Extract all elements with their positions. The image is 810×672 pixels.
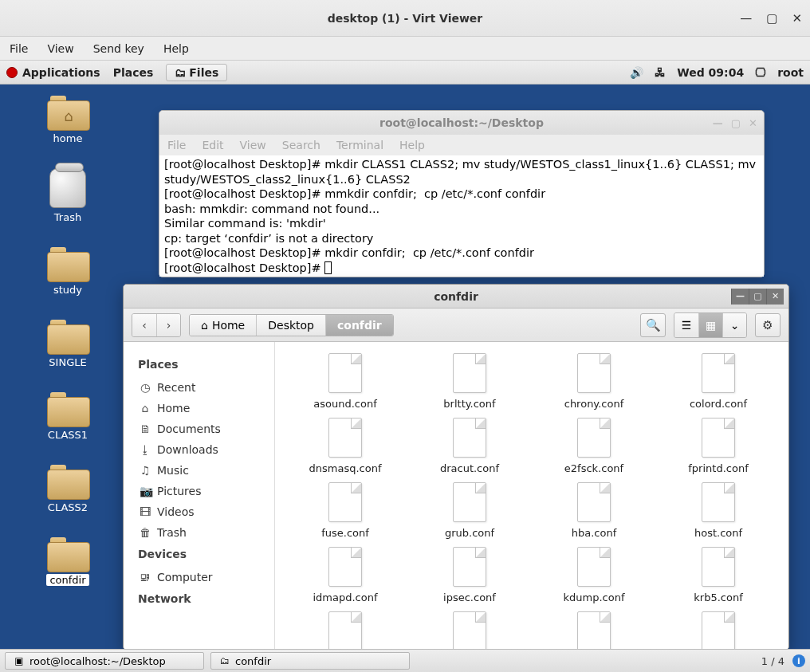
file-item[interactable] bbox=[540, 611, 648, 649]
file-icon bbox=[702, 353, 735, 393]
user-label[interactable]: root bbox=[777, 66, 804, 79]
file-item[interactable]: colord.conf bbox=[664, 353, 773, 410]
battery-icon[interactable]: 🖵 bbox=[755, 66, 766, 79]
terminal-menu-search[interactable]: Search bbox=[282, 139, 320, 151]
terminal-body[interactable]: [root@localhost Desktop]# mkdir CLASS1 C… bbox=[159, 155, 764, 277]
desktop-icon-home[interactable]: home bbox=[32, 96, 104, 144]
clock-label[interactable]: Wed 09:04 bbox=[677, 66, 744, 79]
file-icon bbox=[577, 547, 611, 587]
settings-button[interactable]: ⚙ bbox=[755, 313, 781, 337]
file-item[interactable]: dnsmasq.conf bbox=[291, 418, 399, 474]
desktop-icon-class2[interactable]: CLASS2 bbox=[32, 465, 104, 513]
maximize-icon[interactable]: ▢ bbox=[749, 289, 766, 305]
file-item[interactable]: brltty.conf bbox=[415, 353, 524, 410]
file-icon bbox=[453, 353, 486, 393]
sidebar-item-home[interactable]: ⌂Home bbox=[138, 398, 266, 419]
maximize-icon[interactable]: ▢ bbox=[731, 117, 741, 129]
sidebar-item-trash[interactable]: 🗑Trash bbox=[138, 522, 266, 543]
terminal-menu-file[interactable]: File bbox=[167, 139, 186, 151]
places-menu[interactable]: Places bbox=[113, 66, 154, 79]
terminal-window[interactable]: root@localhost:~/Desktop — ▢ ✕ File Edit… bbox=[159, 110, 765, 277]
file-item[interactable]: kdump.conf bbox=[540, 547, 648, 603]
file-item[interactable]: grub.conf bbox=[415, 482, 524, 539]
menu-help[interactable]: Help bbox=[163, 42, 189, 55]
file-item[interactable]: fprintd.conf bbox=[664, 418, 773, 474]
file-label: fuse.conf bbox=[321, 527, 369, 539]
virt-viewer-title: desktop (1) - Virt Viewer bbox=[328, 12, 483, 25]
file-item[interactable]: fuse.conf bbox=[291, 482, 399, 539]
workspace-indicator[interactable]: 1 / 4 bbox=[761, 655, 784, 667]
file-label: dracut.conf bbox=[440, 462, 499, 474]
info-icon[interactable]: i bbox=[792, 654, 805, 667]
sidebar-item-label: Music bbox=[157, 464, 189, 477]
menu-file[interactable]: File bbox=[10, 42, 28, 55]
trash-icon: 🗑 bbox=[140, 526, 151, 539]
file-label: asound.conf bbox=[313, 398, 376, 410]
files-titlebar[interactable]: confdir — ▢ ✕ bbox=[124, 285, 788, 308]
minimize-icon[interactable]: — bbox=[713, 117, 723, 129]
file-item[interactable]: dracut.conf bbox=[415, 418, 524, 474]
files-app-button[interactable]: 🗂 Files bbox=[166, 64, 227, 81]
close-icon[interactable]: ✕ bbox=[792, 11, 802, 26]
file-item[interactable] bbox=[415, 611, 524, 649]
file-grid[interactable]: asound.conf brltty.conf chrony.conf colo… bbox=[275, 342, 788, 649]
volume-icon[interactable]: 🔊 bbox=[630, 66, 643, 79]
menu-view[interactable]: View bbox=[47, 42, 73, 55]
gnome-distro-icon[interactable] bbox=[6, 67, 18, 78]
file-item[interactable] bbox=[291, 611, 399, 649]
network-icon[interactable]: 🖧 bbox=[655, 66, 666, 79]
desktop-icon-study[interactable]: study bbox=[32, 247, 104, 296]
sidebar-item-pictures[interactable]: 📷Pictures bbox=[138, 481, 266, 501]
terminal-menu-view[interactable]: View bbox=[240, 139, 266, 151]
sidebar-item-documents[interactable]: 🗎Documents bbox=[138, 419, 266, 439]
nav-forward-button[interactable]: › bbox=[156, 314, 180, 336]
file-item[interactable]: idmapd.conf bbox=[291, 547, 399, 603]
files-window[interactable]: confdir — ▢ ✕ ‹ › ⌂Home Desktop confdir … bbox=[123, 284, 789, 649]
desktop-icon-trash[interactable]: Trash bbox=[32, 168, 104, 223]
crumb-desktop[interactable]: Desktop bbox=[256, 315, 325, 336]
computer-icon: 🖳 bbox=[140, 571, 151, 584]
file-item[interactable]: e2fsck.conf bbox=[540, 418, 648, 474]
desktop-icon-label: confdir bbox=[46, 574, 88, 586]
maximize-icon[interactable]: ▢ bbox=[766, 11, 777, 26]
applications-menu[interactable]: Applications bbox=[22, 66, 100, 79]
menu-sendkey[interactable]: Send key bbox=[93, 42, 144, 55]
taskbar-item-terminal[interactable]: ▣root@localhost:~/Desktop bbox=[5, 652, 204, 670]
sidebar-item-recent[interactable]: ◷Recent bbox=[138, 377, 266, 398]
terminal-titlebar[interactable]: root@localhost:~/Desktop — ▢ ✕ bbox=[159, 111, 764, 135]
close-icon[interactable]: ✕ bbox=[749, 117, 757, 129]
crumb-confdir[interactable]: confdir bbox=[325, 315, 393, 336]
nav-back-button[interactable]: ‹ bbox=[132, 314, 156, 336]
terminal-menu-terminal[interactable]: Terminal bbox=[336, 139, 383, 151]
terminal-menu-help[interactable]: Help bbox=[399, 139, 425, 151]
sidebar-item-music[interactable]: ♫Music bbox=[138, 460, 266, 481]
view-list-button[interactable]: ☰ bbox=[674, 313, 698, 337]
sidebar-item-downloads[interactable]: ⭳Downloads bbox=[138, 439, 266, 460]
file-item[interactable]: ipsec.conf bbox=[415, 547, 524, 603]
desktop-icon-class1[interactable]: CLASS1 bbox=[32, 392, 104, 441]
file-item[interactable]: asound.conf bbox=[291, 353, 399, 410]
videos-icon: 🎞 bbox=[140, 505, 151, 518]
desktop-icon-confdir[interactable]: confdir bbox=[32, 537, 104, 586]
crumb-home[interactable]: ⌂Home bbox=[190, 315, 256, 336]
file-item[interactable]: host.conf bbox=[664, 482, 773, 539]
minimize-icon[interactable]: — bbox=[740, 11, 752, 26]
terminal-icon: ▣ bbox=[14, 655, 25, 666]
view-dropdown-button[interactable]: ⌄ bbox=[722, 313, 746, 337]
terminal-menu-edit[interactable]: Edit bbox=[202, 139, 223, 151]
taskbar-item-files[interactable]: 🗂confdir bbox=[210, 652, 410, 670]
file-item[interactable]: hba.conf bbox=[540, 482, 648, 539]
desktop-icon-single[interactable]: SINGLE bbox=[32, 320, 104, 368]
terminal-line: [root@localhost Desktop]# mmkdir confdir… bbox=[164, 187, 545, 200]
file-item[interactable]: chrony.conf bbox=[540, 353, 648, 410]
minimize-icon[interactable]: — bbox=[731, 289, 749, 305]
file-item[interactable]: krb5.conf bbox=[664, 547, 773, 603]
file-label: idmapd.conf bbox=[313, 591, 377, 603]
view-grid-button[interactable]: ▦ bbox=[698, 313, 722, 337]
file-item[interactable] bbox=[664, 611, 773, 649]
search-button[interactable]: 🔍 bbox=[640, 313, 666, 337]
desktop-area[interactable]: home Trash study SINGLE CLASS1 CLASS2 co… bbox=[0, 84, 810, 649]
close-icon[interactable]: ✕ bbox=[766, 289, 784, 305]
sidebar-item-videos[interactable]: 🎞Videos bbox=[138, 501, 266, 522]
sidebar-item-computer[interactable]: 🖳Computer bbox=[138, 567, 266, 588]
